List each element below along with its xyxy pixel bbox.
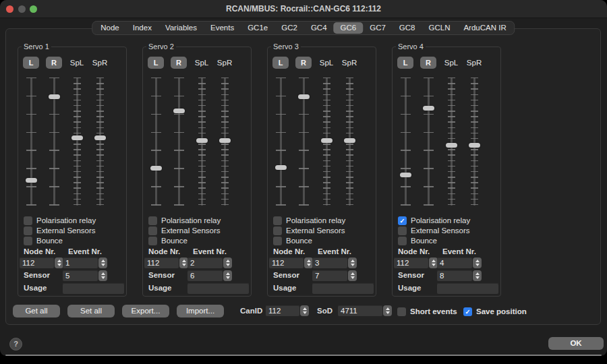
sensor-stepper[interactable] <box>348 270 357 281</box>
slider-handle[interactable] <box>446 143 457 148</box>
minimize-button[interactable] <box>18 5 26 13</box>
slider-l[interactable] <box>150 78 162 206</box>
event-nr-stepper[interactable] <box>223 257 232 268</box>
close-button[interactable] <box>6 5 13 13</box>
tab-gc2[interactable]: GC2 <box>274 22 304 34</box>
slider-handle[interactable] <box>469 143 480 148</box>
slider-handle[interactable] <box>49 94 60 99</box>
slider-handle[interactable] <box>219 138 231 143</box>
bounce-checkbox[interactable] <box>398 237 407 245</box>
usage-field[interactable] <box>312 283 374 294</box>
slider-spl[interactable] <box>446 78 457 206</box>
slider-handle[interactable] <box>400 173 411 177</box>
bounce-checkbox[interactable] <box>148 237 157 245</box>
l-button[interactable]: L <box>23 57 39 69</box>
set-all-button[interactable]: Set all <box>67 305 115 317</box>
usage-field[interactable] <box>187 283 249 294</box>
polarisation-relay-checkbox[interactable] <box>148 216 157 225</box>
sensor-stepper[interactable] <box>98 270 107 281</box>
short-events-checkbox[interactable] <box>397 307 406 316</box>
slider-r[interactable] <box>423 78 434 206</box>
slider-spl[interactable] <box>71 78 83 206</box>
l-button[interactable]: L <box>148 57 164 69</box>
event-nr-stepper[interactable] <box>98 257 107 268</box>
external-sensors-checkbox[interactable] <box>24 226 32 235</box>
polarisation-relay-checkbox[interactable] <box>398 216 407 225</box>
sensor-field[interactable]: 7 <box>312 270 347 281</box>
tab-gc4[interactable]: GC4 <box>304 22 334 34</box>
slider-handle[interactable] <box>150 166 162 171</box>
tab-arducan-ir[interactable]: ArduCAN IR <box>457 22 513 34</box>
r-button[interactable]: R <box>46 57 62 69</box>
slider-l[interactable] <box>400 78 411 206</box>
slider-spr[interactable] <box>94 78 106 206</box>
usage-field[interactable] <box>63 283 124 294</box>
slider-r[interactable] <box>49 78 60 206</box>
slider-handle[interactable] <box>344 138 355 143</box>
tab-events[interactable]: Events <box>204 22 241 34</box>
sensor-field[interactable]: 6 <box>187 270 223 281</box>
sensor-field[interactable]: 8 <box>437 270 472 281</box>
canid-field[interactable]: 112 <box>266 305 299 316</box>
event-nr-field[interactable]: 4 <box>437 257 472 268</box>
node-nr-field[interactable]: 112 <box>394 257 428 268</box>
sod-field[interactable]: 4711 <box>338 305 382 316</box>
slider-handle[interactable] <box>423 106 434 111</box>
tab-gcln[interactable]: GCLN <box>422 22 457 34</box>
event-nr-field[interactable]: 3 <box>312 257 347 268</box>
polarisation-relay-checkbox[interactable] <box>24 216 32 225</box>
bounce-checkbox[interactable] <box>273 237 282 245</box>
slider-handle[interactable] <box>321 138 333 143</box>
slider-spr[interactable] <box>219 78 231 206</box>
node-nr-field[interactable]: 112 <box>269 257 304 268</box>
node-nr-field[interactable]: 112 <box>144 257 179 268</box>
l-button[interactable]: L <box>397 57 413 69</box>
r-button[interactable]: R <box>171 57 187 69</box>
export-button[interactable]: Export... <box>122 305 169 317</box>
sensor-stepper[interactable] <box>473 270 482 281</box>
tab-gc6[interactable]: GC6 <box>334 22 364 34</box>
r-button[interactable]: R <box>295 57 312 69</box>
slider-handle[interactable] <box>94 135 106 140</box>
event-nr-stepper[interactable] <box>348 257 357 268</box>
r-button[interactable]: R <box>420 57 436 69</box>
external-sensors-checkbox[interactable] <box>273 226 282 235</box>
slider-handle[interactable] <box>26 178 37 183</box>
event-nr-field[interactable]: 1 <box>63 257 98 268</box>
import-button[interactable]: Import... <box>177 305 224 317</box>
sensor-field[interactable]: 5 <box>63 270 98 281</box>
slider-spl[interactable] <box>321 78 333 206</box>
tab-node[interactable]: Node <box>94 22 126 34</box>
canid-stepper[interactable] <box>300 305 309 316</box>
slider-handle[interactable] <box>71 135 83 140</box>
l-button[interactable]: L <box>272 57 289 69</box>
slider-spl[interactable] <box>196 78 208 206</box>
node-nr-field[interactable]: 112 <box>20 257 54 268</box>
get-all-button[interactable]: Get all <box>13 305 60 317</box>
slider-l[interactable] <box>275 78 287 206</box>
external-sensors-checkbox[interactable] <box>148 226 157 235</box>
event-nr-stepper[interactable] <box>473 257 482 268</box>
sensor-stepper[interactable] <box>223 270 232 281</box>
tab-gc1e[interactable]: GC1e <box>241 22 274 34</box>
bounce-checkbox[interactable] <box>24 237 32 245</box>
external-sensors-checkbox[interactable] <box>398 226 407 235</box>
polarisation-relay-checkbox[interactable] <box>273 216 282 225</box>
slider-r[interactable] <box>298 78 310 206</box>
slider-handle[interactable] <box>173 109 185 113</box>
tab-gc8[interactable]: GC8 <box>393 22 422 34</box>
slider-handle[interactable] <box>275 165 287 170</box>
slider-handle[interactable] <box>298 94 310 99</box>
slider-r[interactable] <box>173 78 185 206</box>
save-position-checkbox[interactable] <box>463 307 472 316</box>
tab-index[interactable]: Index <box>126 22 158 34</box>
slider-spr[interactable] <box>344 78 355 206</box>
help-button[interactable]: ? <box>9 338 22 351</box>
slider-l[interactable] <box>26 78 37 206</box>
event-nr-field[interactable]: 2 <box>187 257 223 268</box>
slider-spr[interactable] <box>469 78 480 206</box>
zoom-button[interactable] <box>30 5 37 13</box>
slider-handle[interactable] <box>196 138 208 143</box>
tab-variables[interactable]: Variables <box>158 22 204 34</box>
ok-button[interactable]: OK <box>548 337 604 350</box>
